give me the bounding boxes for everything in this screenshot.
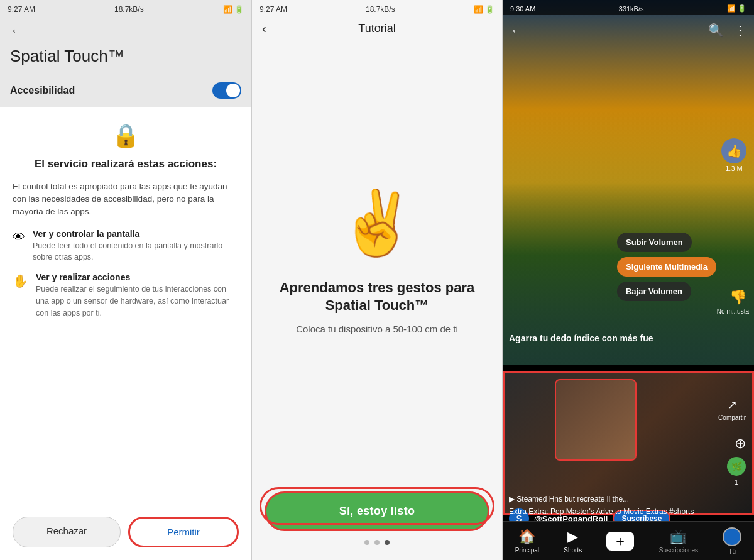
video-2[interactable]: ↗ Compartir ⊕ 🌿 1 (503, 371, 754, 515)
face-thumbnail (555, 379, 637, 461)
no-gusta-label: No m...usta (717, 308, 749, 315)
dislike-button[interactable]: 👎 (729, 289, 746, 305)
like-count: 1.3 M (725, 165, 743, 172)
modal-heading: El servicio realizará estas acciones: (13, 156, 239, 172)
status-bar-1: 9:27 AM 18.7kB/s 📶 🔋 (0, 0, 251, 16)
youtube-header: ← 🔍 ⋮ (503, 18, 754, 43)
feature-title-1: Ver y controlar la pantalla (33, 229, 239, 239)
panel-youtube-shorts: 9:30 AM 331kB/s 📶 🔋 ← 🔍 ⋮ 👍 1.3 M 👎 Subi… (503, 0, 754, 560)
tutorial-footer: Sí, estoy listo (252, 481, 502, 560)
tutorial-body: ✌️ Aprendamos tres gestos para Spatial T… (252, 41, 502, 481)
gesture-bajar-volumen[interactable]: Bajar Volumen (617, 282, 691, 301)
nav-tu[interactable]: Tú (723, 527, 741, 555)
video-title-line1: ▶ Steamed Hns but recreate ll the... (509, 495, 716, 503)
modal-icon: 🔒 (13, 123, 239, 149)
action-count: 1 (727, 479, 746, 486)
more-actions-button[interactable]: ⊕ (735, 436, 746, 452)
back-button-3[interactable]: ← (510, 23, 523, 38)
shorts-label: Shorts (564, 547, 582, 554)
panel-tutorial: 9:27 AM 18.7kB/s 📶 🔋 ‹ Tutorial ✌️ Apren… (251, 0, 503, 560)
tutorial-subtext: Coloca tu dispositivo a 50-100 cm de ti (296, 322, 458, 337)
listo-button[interactable]: Sí, estoy listo (265, 491, 489, 531)
gesture-overlay-container: Subir Volumen Siguiente Multimedia Bajar… (617, 233, 716, 301)
status-bar-3: 9:30 AM 331kB/s 📶 🔋 (503, 0, 754, 15)
modal-description: El control total es apropiado para las a… (13, 180, 239, 219)
tutorial-heading: Aprendamos tres gestos para Spatial Touc… (265, 279, 489, 315)
gesture-subir-volumen[interactable]: Subir Volumen (617, 233, 692, 252)
video-background-2 (505, 373, 752, 513)
search-icon[interactable]: 🔍 (708, 23, 724, 38)
peace-hand-emoji: ✌️ (338, 186, 417, 260)
accessibility-toggle[interactable] (212, 82, 241, 99)
feature-title-2: Ver y realizar acciones (36, 272, 239, 282)
dot-1 (364, 540, 369, 545)
permission-modal: 🔒 El servicio realizará estas acciones: … (0, 107, 251, 560)
icons-3: 📶 🔋 (727, 4, 746, 13)
shorts-icon: ▶ (567, 529, 578, 545)
network-3: 331kB/s (619, 5, 644, 13)
tutorial-title: Tutorial (358, 22, 395, 35)
bottom-navigation: 🏠 Principal ▶ Shorts ＋ 📺 Suscripciones T… (503, 521, 754, 560)
time-3: 9:30 AM (510, 5, 535, 13)
permitir-button[interactable]: Permitir (128, 517, 239, 547)
app-title: Spatial Touch™ (0, 43, 251, 74)
time-2: 9:27 AM (260, 5, 287, 14)
rechazar-button[interactable]: Rechazar (13, 517, 121, 547)
share-button[interactable]: ↗ Compartir (718, 398, 746, 421)
video-text-overlay: Agarra tu dedo índice con más fue (509, 333, 716, 343)
tutorial-dots (265, 540, 489, 545)
profile-avatar (723, 527, 741, 546)
time-1: 9:27 AM (8, 5, 35, 14)
eye-icon: 👁 (13, 230, 25, 244)
suscripciones-label: Suscripciones (659, 547, 698, 554)
icons-2: 📶 🔋 (474, 5, 494, 14)
nav-add-button[interactable]: ＋ (606, 532, 634, 551)
feature-desc-1: Puede leer todo el contenido en la panta… (33, 240, 239, 264)
feature-item-1: 👁 Ver y controlar la pantalla Puede leer… (13, 229, 239, 264)
modal-buttons: Rechazar Permitir (13, 507, 239, 547)
back-button-1[interactable]: ← (0, 16, 251, 43)
status-bar-2: 9:27 AM 18.7kB/s 📶 🔋 (252, 0, 502, 16)
nav-suscripciones[interactable]: 📺 Suscripciones (659, 529, 698, 554)
panel-spatial-touch: 9:27 AM 18.7kB/s 📶 🔋 ← Spatial Touch™ Ac… (0, 0, 251, 560)
accessibility-row: Accesibilidad (0, 74, 251, 107)
dot-3 (385, 540, 390, 545)
principal-label: Principal (515, 547, 539, 554)
hand-icon: ✋ (13, 273, 28, 288)
thumbs-up-icon: 👍 (721, 138, 746, 163)
video-title-line2: Extra Extra: Pop Master's Adve to Movie … (509, 507, 716, 516)
network-1: 18.7kB/s (114, 5, 144, 14)
share-icon: ↗ (728, 398, 737, 412)
home-icon: 🏠 (518, 529, 535, 545)
menu-icon[interactable]: ⋮ (734, 23, 746, 38)
tutorial-header: ‹ Tutorial (252, 16, 502, 41)
nav-shorts[interactable]: ▶ Shorts (564, 529, 582, 554)
subscriptions-icon: 📺 (670, 529, 687, 545)
back-button-2[interactable]: ‹ (262, 21, 266, 36)
share-label: Compartir (718, 414, 746, 421)
gesture-siguiente-multimedia[interactable]: Siguiente Multimedia (617, 257, 716, 277)
dot-2 (374, 540, 380, 545)
feature-desc-2: Puede realizar el seguimiento de tus int… (36, 283, 239, 319)
feature-item-2: ✋ Ver y realizar acciones Puede realizar… (13, 272, 239, 319)
accessibility-label: Accesibilidad (10, 85, 75, 96)
nav-principal[interactable]: 🏠 Principal (515, 529, 539, 554)
icons-1: 📶 🔋 (223, 5, 244, 14)
green-action-icon[interactable]: 🌿 (727, 457, 746, 476)
tu-label: Tú (728, 548, 736, 555)
network-2: 18.7kB/s (366, 5, 395, 14)
like-button[interactable]: 👍 1.3 M (721, 138, 746, 172)
